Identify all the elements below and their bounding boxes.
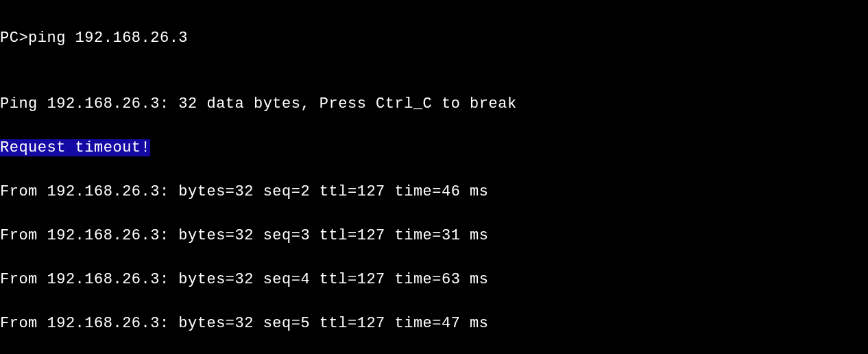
- reply-line-4: From 192.168.26.3: bytes=32 seq=5 ttl=12…: [0, 313, 868, 335]
- terminal-output[interactable]: PC>ping 192.168.26.3 Ping 192.168.26.3: …: [0, 0, 868, 354]
- timeout-highlight: Request timeout!: [0, 139, 150, 156]
- reply-line-2: From 192.168.26.3: bytes=32 seq=3 ttl=12…: [0, 225, 868, 247]
- reply-line-1: From 192.168.26.3: bytes=32 seq=2 ttl=12…: [0, 181, 868, 203]
- timeout-line: Request timeout!: [0, 137, 868, 159]
- reply-line-3: From 192.168.26.3: bytes=32 seq=4 ttl=12…: [0, 269, 868, 291]
- ping-header: Ping 192.168.26.3: 32 data bytes, Press …: [0, 93, 868, 115]
- prompt-line: PC>ping 192.168.26.3: [0, 27, 868, 49]
